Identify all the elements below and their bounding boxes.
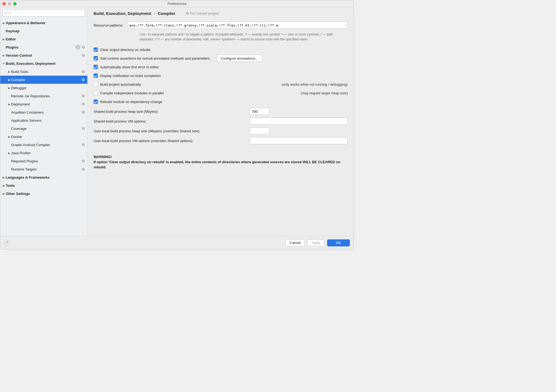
cancel-button[interactable]: Cancel <box>286 239 305 246</box>
sidebar-item-appearance-behavior[interactable]: ▶Appearance & Behavior <box>0 19 87 27</box>
breadcrumb-parent: Build, Execution, Deployment <box>94 11 151 16</box>
notnull-assertions-label: Add runtime assertions for notnull-annot… <box>100 56 210 60</box>
warning-body: If option 'Clear output directory on reb… <box>94 160 348 170</box>
rebuild-dep-checkbox[interactable] <box>94 99 98 104</box>
sidebar-item-label: Appearance & Behavior <box>6 21 85 25</box>
notnull-assertions-checkbox[interactable] <box>94 56 98 60</box>
project-scope-icon <box>81 70 85 73</box>
sidebar-item-gradle-android-compiler[interactable]: Gradle-Android Compiler <box>0 141 87 149</box>
shared-vm-input[interactable] <box>250 118 348 125</box>
sidebar-item-plugins[interactable]: Plugins2 <box>0 43 87 51</box>
svg-rect-18 <box>83 144 85 146</box>
search-input-wrapper[interactable]: ▾ <box>2 9 85 17</box>
sidebar-item-label: Debugger <box>11 86 85 90</box>
sidebar-item-label: Keymap <box>6 29 85 33</box>
svg-rect-20 <box>83 160 85 162</box>
copy-icon <box>186 12 189 15</box>
sidebar-item-coverage[interactable]: Coverage <box>0 124 87 133</box>
svg-rect-19 <box>82 144 84 146</box>
parallel-compile-checkbox[interactable] <box>94 91 98 95</box>
local-vm-input[interactable] <box>250 137 348 144</box>
chevron-down-icon: ▼ <box>2 62 6 65</box>
chevron-right-icon: ▶ <box>7 86 11 89</box>
svg-rect-8 <box>83 79 85 81</box>
search-input[interactable] <box>11 11 83 15</box>
chevron-right-icon: ▶ <box>2 184 6 187</box>
sidebar-item-editor[interactable]: ▶Editor <box>0 35 87 43</box>
clear-output-label: Clear output directory on rebuild <box>100 48 150 52</box>
sidebar-item-other-settings[interactable]: ▶Other Settings <box>0 189 87 198</box>
svg-rect-25 <box>186 12 188 14</box>
help-button[interactable]: ? <box>4 240 10 246</box>
warning-title: WARNING! <box>94 155 348 160</box>
project-scope-icon <box>81 94 85 98</box>
sidebar-item-required-plugins[interactable]: Required Plugins <box>0 157 87 165</box>
sidebar-item-build-execution-deployment[interactable]: ▼Build, Execution, Deployment <box>0 59 87 68</box>
sidebar-item-tools[interactable]: ▶Tools <box>0 181 87 189</box>
project-scope-icon <box>81 159 85 163</box>
project-scope-icon <box>81 46 85 49</box>
chevron-right-icon: ▶ <box>7 152 11 155</box>
svg-rect-10 <box>83 95 85 97</box>
local-heap-input[interactable] <box>250 127 269 134</box>
resource-patterns-input[interactable] <box>127 22 348 29</box>
chevron-right-icon: ▶ <box>2 192 6 195</box>
svg-rect-14 <box>83 112 85 114</box>
sidebar-item-label: Docker <box>11 135 85 139</box>
sidebar-item-keymap[interactable]: Keymap <box>0 27 87 35</box>
footer: ? Cancel Apply OK <box>0 236 354 249</box>
sidebar-item-label: Compiler <box>11 78 81 82</box>
sidebar-item-label: Languages & Frameworks <box>6 175 85 179</box>
chevron-right-icon: ▶ <box>7 70 11 73</box>
svg-point-0 <box>5 12 7 14</box>
svg-rect-17 <box>82 127 84 129</box>
svg-rect-21 <box>82 160 84 162</box>
svg-rect-7 <box>82 70 84 72</box>
svg-rect-24 <box>187 13 188 14</box>
updates-badge: 2 <box>75 45 80 50</box>
svg-rect-9 <box>82 79 84 81</box>
project-scope-icon <box>81 168 85 171</box>
project-scope-icon <box>81 143 85 146</box>
sidebar-item-java-profiler[interactable]: ▶Java Profiler <box>0 149 87 157</box>
sidebar-item-version-control[interactable]: ▶Version Control <box>0 51 87 59</box>
sidebar-item-label: Build, Execution, Deployment <box>6 62 85 66</box>
sidebar-item-build-tools[interactable]: ▶Build Tools <box>0 68 87 76</box>
chevron-right-icon: ▶ <box>7 78 11 81</box>
sidebar-item-remote-jar-repositories[interactable]: Remote Jar Repositories <box>0 92 87 100</box>
configure-annotations-button[interactable]: Configure annotations... <box>217 55 262 62</box>
svg-rect-16 <box>83 128 85 130</box>
sidebar-item-docker[interactable]: ▶Docker <box>0 133 87 141</box>
sidebar-item-arquillian-containers[interactable]: Arquillian Containers <box>0 108 87 116</box>
svg-rect-13 <box>82 103 84 105</box>
notify-build-checkbox[interactable] <box>94 73 98 78</box>
preferences-window: Preferences ▾ ▶Appearance & BehaviorKeym… <box>0 0 354 249</box>
chevron-right-icon: ▶ <box>2 38 6 41</box>
sidebar-item-label: Other Settings <box>6 192 85 196</box>
sidebar-item-languages-frameworks[interactable]: ▶Languages & Frameworks <box>0 173 87 181</box>
svg-rect-2 <box>83 47 85 49</box>
sidebar-item-label: Application Servers <box>11 118 85 123</box>
chevron-right-icon: ▶ <box>2 176 6 179</box>
sidebar-item-deployment[interactable]: ▶Deployment <box>0 100 87 108</box>
sidebar-item-application-servers[interactable]: Application Servers <box>0 116 87 124</box>
first-error-checkbox[interactable] <box>94 65 98 69</box>
sidebar-item-label: Runtime Targets <box>11 167 81 171</box>
project-scope-icon <box>81 111 85 114</box>
clear-output-checkbox[interactable] <box>94 47 98 52</box>
sidebar-item-debugger[interactable]: ▶Debugger <box>0 84 87 92</box>
expand-icon[interactable]: ⤢ <box>344 24 347 27</box>
auto-build-checkbox[interactable] <box>94 82 98 86</box>
sidebar-item-compiler[interactable]: ▶Compiler <box>0 76 87 84</box>
shared-heap-input[interactable] <box>250 108 269 115</box>
warning-block: WARNING! If option 'Clear output directo… <box>94 147 348 172</box>
sidebar-item-label: Required Plugins <box>11 159 81 163</box>
sidebar-item-runtime-targets[interactable]: Runtime Targets <box>0 165 87 173</box>
breadcrumb: Build, Execution, Deployment › Compiler … <box>88 7 354 17</box>
local-vm-label: User-local build process VM options (ove… <box>94 139 246 143</box>
apply-button[interactable]: Apply <box>307 239 324 246</box>
auto-build-label: Build project automatically <box>100 82 141 86</box>
ok-button[interactable]: OK <box>327 239 350 246</box>
sidebar-item-label: Java Profiler <box>11 151 85 155</box>
breadcrumb-leaf: Compiler <box>158 11 175 16</box>
